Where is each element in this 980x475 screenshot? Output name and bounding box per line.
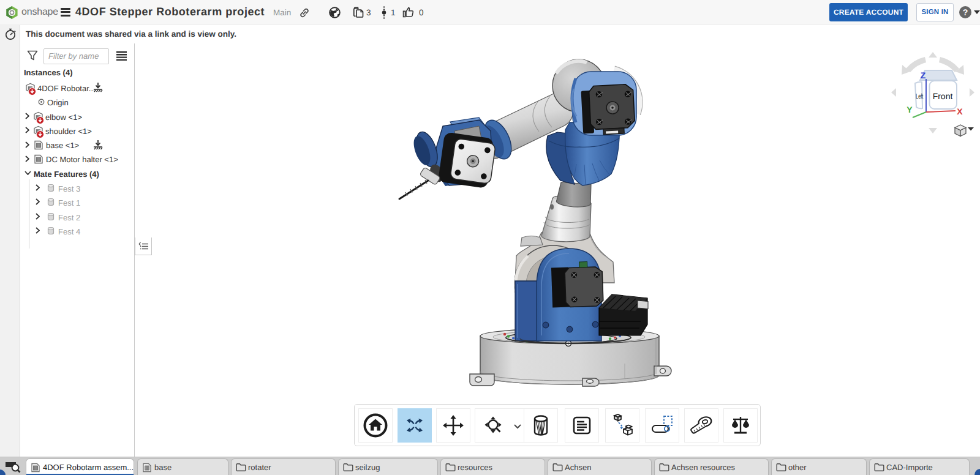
svg-text:Y: Y xyxy=(907,105,913,114)
svg-text:Left: Left xyxy=(916,93,923,100)
svg-text:Front: Front xyxy=(933,91,953,101)
svg-text:Z: Z xyxy=(921,70,926,80)
svg-text:X: X xyxy=(957,107,963,116)
